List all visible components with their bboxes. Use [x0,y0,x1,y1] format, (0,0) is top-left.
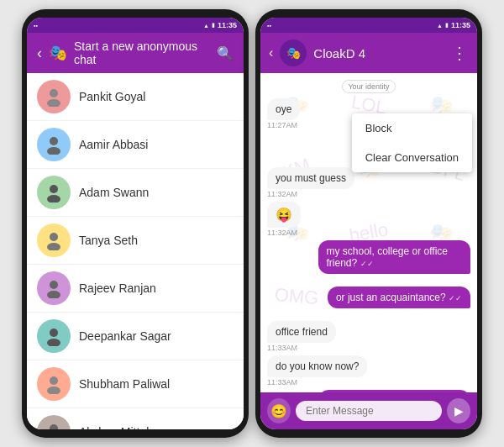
message-time: 11:32AM [267,229,297,237]
message-time: 11:27AM [267,121,297,129]
svg-point-3 [47,147,60,155]
svg-point-7 [47,243,60,250]
right-phone-screen: ▪▪ ▲ ▮ 11:35 ‹ 🎭 CloakD 4 ⋮ [260,18,477,429]
left-wifi-icon: ▲ [203,23,209,29]
left-phone-screen: ▪▪ ▲ ▮ 11:35 ‹ 🎭 Start a new anonymous c… [27,18,244,429]
contact-name: Adam Swann [79,186,149,199]
message-time: 11:32AM [440,275,470,283]
svg-point-5 [47,195,60,202]
svg-point-14 [50,424,58,429]
message-input[interactable] [296,401,442,421]
svg-point-13 [47,387,60,394]
tick-icon: ✓✓ [449,294,462,302]
message-bubble: or just an acquaintance? ✓✓ [328,287,470,308]
message-time: 11:32AM [267,190,297,198]
chat-area: 🎭 LOL 🎭 KM 🎭 ROFL 🎭 hello 🎭 OMG 🎭 lol Yo… [260,73,477,392]
svg-point-2 [50,137,58,145]
message-bubble: oye [267,98,300,120]
chat-title: CloakD 4 [313,46,444,60]
chat-input-bar: 😊 ▶ [260,392,477,429]
contact-item[interactable]: Shubham Paliwal [27,360,244,408]
avatar [37,319,71,353]
contact-name: Tanya Seth [79,234,138,247]
emoji-button[interactable]: 😊 [267,398,291,423]
avatar [37,80,71,113]
message-row: do you know now? 11:33AM [267,355,470,387]
svg-point-8 [50,281,58,289]
tick-icon: ✓✓ [360,260,374,268]
left-status-time: 11:35 [218,21,237,29]
contact-name: Pankit Goyal [79,90,145,103]
chat-avatar: 🎭 [280,39,307,66]
chat-back-icon[interactable]: ‹ [269,45,273,60]
message-time: 11:32AM [440,309,470,318]
contact-item[interactable]: Rajeev Ranjan [27,265,244,313]
message-text: my school, college or office friend? [327,245,449,269]
right-battery-icon: ▮ [445,22,449,29]
message-time: 11:33AM [267,378,297,387]
contact-name: Akshay Mittal [79,425,149,429]
message-row: my school, college or office friend? ✓✓ … [267,240,470,283]
more-options-icon[interactable]: ⋮ [451,43,469,63]
search-icon[interactable]: 🔍 [217,45,234,61]
avatar [37,176,71,209]
dropdown-block[interactable]: Block [352,113,472,143]
svg-point-10 [50,329,58,337]
contact-name: Aamir Abbasi [79,138,148,151]
message-text: do you know now? [276,360,359,372]
svg-point-0 [50,89,58,97]
left-battery-icon: ▮ [212,22,215,29]
message-text: or just an acquaintance? [336,292,446,303]
contacts-header-title: Start a new anonymous chat [74,39,210,66]
left-signal-icon: ▪▪ [34,23,38,29]
right-status-time: 11:35 [451,21,470,29]
contacts-header: ‹ 🎭 Start a new anonymous chat 🔍 [27,33,244,73]
dropdown-menu: Block Clear Conversation [352,113,472,172]
contact-item[interactable]: Tanya Seth [27,217,244,265]
message-text: 😝 [276,208,292,222]
svg-point-12 [50,376,58,385]
svg-point-9 [47,291,60,298]
message-text: office friend [276,326,328,338]
message-row: 😝 11:32AM [267,202,470,237]
message-bubble: 😝 [267,202,301,228]
right-signal-icon: ▪▪ [267,23,271,29]
avatar [37,128,71,161]
avatar [37,415,71,429]
identity-badge: Your identity [342,80,395,93]
contacts-list: Pankit Goyal Aamir Abbasi Adam Swann [27,73,244,429]
dropdown-clear-conversation[interactable]: Clear Conversation [352,143,472,172]
message-bubble: you must guess [267,167,354,189]
svg-point-11 [47,339,60,346]
contact-item[interactable]: Adam Swann [27,169,244,217]
right-status-bar: ▪▪ ▲ ▮ 11:35 [260,18,477,33]
avatar [37,271,71,305]
svg-point-4 [50,185,58,193]
message-row: ahh let me take a wild guess now ✓✓ 11:3… [267,390,470,392]
contact-name: Deepankar Sagar [79,329,171,343]
message-text: oye [276,103,291,115]
header-back-icon[interactable]: ‹ [37,45,42,62]
contact-item[interactable]: Deepankar Sagar [27,313,244,360]
contact-item[interactable]: Aamir Abbasi [27,121,244,169]
avatar [37,224,71,257]
header-mask-icon: 🎭 [49,44,67,62]
message-bubble: do you know now? [267,355,367,377]
contact-name: Rajeev Ranjan [79,281,156,295]
svg-point-1 [47,99,60,107]
right-wifi-icon: ▲ [437,23,443,29]
contact-name: Shubham Paliwal [79,377,170,391]
svg-point-6 [50,233,58,241]
message-bubble: ahh let me take a wild guess now ✓✓ [318,390,471,392]
left-status-bar: ▪▪ ▲ ▮ 11:35 [27,18,244,33]
message-bubble: office friend [267,321,336,343]
contact-item[interactable]: Pankit Goyal [27,73,244,121]
send-button[interactable]: ▶ [447,398,470,423]
message-row: or just an acquaintance? ✓✓ 11:32AM [267,287,470,318]
right-phone: ▪▪ ▲ ▮ 11:35 ‹ 🎭 CloakD 4 ⋮ [255,9,482,438]
message-bubble: my school, college or office friend? ✓✓ [318,240,471,274]
left-phone: ▪▪ ▲ ▮ 11:35 ‹ 🎭 Start a new anonymous c… [22,9,249,438]
phones-container: ▪▪ ▲ ▮ 11:35 ‹ 🎭 Start a new anonymous c… [22,9,482,438]
avatar [37,367,71,401]
contact-item[interactable]: Akshay Mittal [27,408,244,429]
